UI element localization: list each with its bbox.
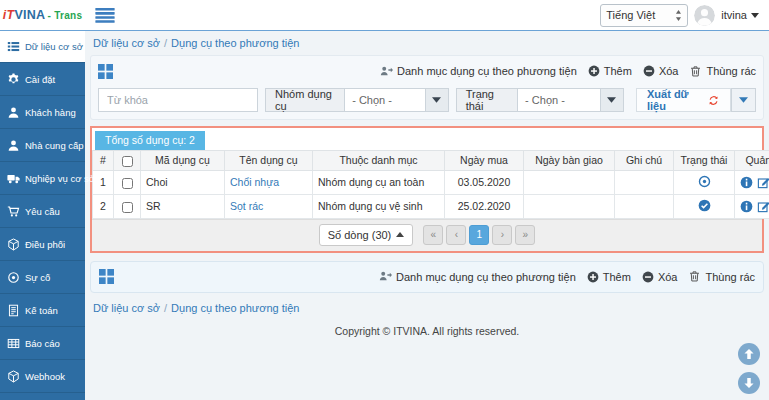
sidebar-item-label: Webhook: [25, 371, 65, 382]
sidebar-toggle-icon[interactable]: [95, 8, 115, 23]
toolbar-actions: Danh mục dụng cụ theo phương tiện Thêm X…: [369, 65, 756, 78]
category-link[interactable]: Danh mục dụng cụ theo phương tiện: [380, 65, 577, 78]
status-filter-caret-button[interactable]: [601, 88, 624, 112]
info-circle-icon[interactable]: [740, 200, 753, 213]
group-filter-caret-button[interactable]: [426, 88, 449, 112]
page-prev-button[interactable]: ‹: [446, 225, 466, 245]
filter-row: Nhóm dụng cụ - Chọn - Trạng thái - Chọn …: [98, 88, 756, 112]
avatar[interactable]: [694, 5, 715, 26]
trash-button[interactable]: Thùng rác: [688, 270, 755, 283]
language-value: Tiếng Việt: [606, 9, 655, 21]
col-status: Trạng thái: [674, 151, 735, 171]
toolbar-actions: Danh mục dụng cụ theo phương tiện Thêm X…: [368, 270, 755, 283]
cell-status: [674, 194, 735, 218]
circle-dot-icon[interactable]: [698, 175, 711, 188]
edit-icon[interactable]: [757, 200, 769, 213]
info-circle-icon[interactable]: [740, 176, 753, 189]
page-1-button[interactable]: 1: [469, 225, 489, 245]
breadcrumb-parent-link[interactable]: Dữ liệu cơ sở: [93, 37, 160, 49]
breadcrumb-current[interactable]: Dụng cụ theo phương tiện: [171, 302, 299, 314]
col-manage: Quản lý: [735, 151, 769, 171]
sidebar-item-1[interactable]: Cài đặt: [0, 63, 85, 96]
cell-purchase-date: 25.02.2020: [445, 194, 524, 218]
cart-icon: [7, 205, 20, 218]
scroll-buttons: [738, 343, 760, 394]
gear-icon: [7, 73, 20, 86]
status-filter-select[interactable]: - Chọn -: [518, 88, 600, 112]
sidebar-item-7[interactable]: Sự cố: [0, 261, 85, 294]
export-button[interactable]: Xuất dữ liệu: [636, 88, 731, 112]
sidebar-item-label: Kế toán: [25, 305, 58, 316]
header-main: Tiếng Việt itvina: [85, 0, 769, 30]
scroll-up-button[interactable]: [738, 343, 760, 365]
sidebar-item-label: Khách hàng: [25, 107, 76, 118]
add-button[interactable]: Thêm: [588, 65, 632, 77]
group-filter-select[interactable]: - Chọn -: [345, 88, 426, 112]
group-filter: Nhóm dụng cụ - Chọn -: [265, 88, 449, 112]
row-checkbox[interactable]: [122, 202, 133, 213]
category-link[interactable]: Danh mục dụng cụ theo phương tiện: [379, 270, 576, 283]
cell-handover-date: [524, 194, 615, 218]
sidebar-item-9[interactable]: Báo cáo: [0, 327, 85, 360]
user-menu[interactable]: itvina: [721, 9, 759, 21]
sidebar-item-label: Báo cáo: [25, 338, 60, 349]
sidebar-item-label: Nhà cung cấp: [25, 140, 84, 151]
sidebar-item-6[interactable]: Điều phối: [0, 228, 85, 261]
top-toolbar: Danh mục dụng cụ theo phương tiện Thêm X…: [98, 61, 756, 81]
check-circle-icon[interactable]: [698, 199, 711, 212]
row-actions: [740, 200, 769, 213]
add-button[interactable]: Thêm: [587, 271, 631, 283]
select-all-checkbox[interactable]: [122, 156, 133, 167]
sidebar-item-3[interactable]: Nhà cung cấp: [0, 129, 85, 162]
sidebar-item-0[interactable]: Dữ liệu cơ sở: [0, 30, 85, 63]
sidebar-item-4[interactable]: Nghiệp vụ cơ sở: [0, 162, 85, 195]
rows-per-page-button[interactable]: Số dòng (30): [319, 224, 414, 246]
tool-name-link[interactable]: Chổi nhựa: [230, 176, 279, 188]
edit-icon[interactable]: [757, 176, 769, 189]
col-index: #: [93, 151, 114, 171]
language-select[interactable]: Tiếng Việt: [600, 4, 688, 27]
delete-button[interactable]: Xóa: [642, 271, 678, 283]
delete-button[interactable]: Xóa: [643, 65, 679, 77]
sidebar-item-5[interactable]: Yêu cầu: [0, 195, 85, 228]
grid-icon[interactable]: [99, 269, 114, 284]
user-icon: [7, 139, 20, 152]
app-window: iTVINA- Trans Tiếng Việt itvina Dữ liệu …: [0, 0, 769, 400]
username: itvina: [721, 9, 747, 21]
table-section-highlighted: Tổng số dụng cụ: 2 # Mã dụng cụ Tên dụng…: [90, 126, 764, 253]
scroll-down-button[interactable]: [738, 372, 760, 394]
header: iTVINA- Trans Tiếng Việt itvina: [0, 0, 769, 31]
user-icon: [7, 106, 20, 119]
status-filter-label: Trạng thái: [456, 88, 518, 112]
table-header-row: # Mã dụng cụ Tên dụng cụ Thuộc danh mục …: [93, 151, 769, 171]
page-next-button[interactable]: ›: [492, 225, 512, 245]
cell-actions: [735, 194, 769, 218]
cube-icon: [7, 238, 20, 251]
logo-part-red: iT: [3, 8, 15, 22]
list-icon: [7, 40, 20, 53]
trash-button[interactable]: Thùng rác: [689, 65, 756, 78]
page-first-button[interactable]: «: [423, 225, 443, 245]
truck-icon: [7, 172, 20, 185]
collapse-caret-button[interactable]: [731, 88, 756, 112]
logo-part-green: - Trans: [47, 10, 82, 21]
breadcrumb-parent-link[interactable]: Dữ liệu cơ sở: [93, 302, 160, 314]
main-content: Dữ liệu cơ sở/Dụng cụ theo phương tiện D…: [85, 30, 769, 400]
cell-category: Nhóm dụng cụ an toàn: [313, 170, 445, 194]
select-arrows-icon: [675, 10, 682, 21]
sidebar-item-2[interactable]: Khách hàng: [0, 96, 85, 129]
sidebar-item-8[interactable]: Kế toán: [0, 294, 85, 327]
row-checkbox[interactable]: [122, 178, 133, 189]
cell-name: Sọt rác: [225, 194, 313, 218]
cell-note: [615, 194, 674, 218]
cell-code: SR: [141, 194, 225, 218]
breadcrumb-current[interactable]: Dụng cụ theo phương tiện: [171, 37, 299, 49]
cell-checkbox: [114, 194, 141, 218]
refresh-icon[interactable]: [708, 94, 719, 107]
page-last-button[interactable]: »: [515, 225, 535, 245]
keyword-input[interactable]: [98, 88, 258, 112]
app-logo[interactable]: iTVINA- Trans: [0, 0, 85, 30]
grid-icon[interactable]: [98, 64, 113, 79]
tool-name-link[interactable]: Sọt rác: [230, 200, 263, 212]
sidebar-item-10[interactable]: Webhook: [0, 360, 85, 393]
